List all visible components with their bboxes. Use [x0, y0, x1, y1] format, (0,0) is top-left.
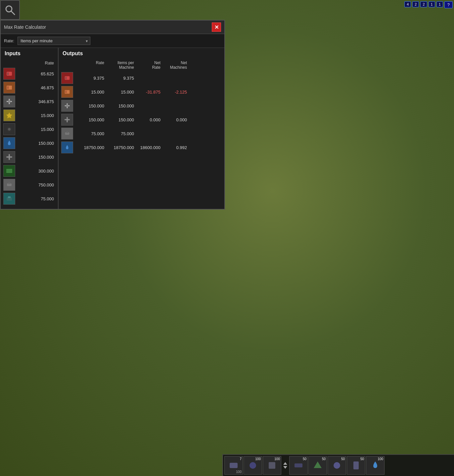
- output-netrate-2: -31.875: [134, 90, 160, 95]
- svg-rect-21: [8, 196, 11, 198]
- minimap-area: 4 2 2 1 1 ?: [222, 0, 454, 93]
- svg-marker-37: [283, 466, 287, 469]
- output-rate-5: 75.000: [74, 131, 104, 136]
- output-rate-2: 15.000: [74, 90, 104, 95]
- svg-rect-33: [230, 463, 238, 468]
- hotbar-slot-2[interactable]: 100: [244, 456, 262, 475]
- output-row-6: 18750.000 18750.000 18600.000 0.992: [59, 140, 224, 154]
- col-net-machines-header: NetMachines: [160, 60, 187, 70]
- unit-badge-4: 4: [404, 1, 411, 7]
- input-row-5: 15.000: [1, 122, 58, 136]
- input-item-value-2: 46.875: [17, 85, 55, 90]
- rate-select-wrapper[interactable]: Items per minute Items per second Items …: [18, 37, 90, 45]
- hotbar-scroll-arrow[interactable]: [282, 456, 289, 475]
- inputs-rate-col-header: Rate: [1, 59, 58, 67]
- output-row-2: 15.000 15.000 -31.875 -2.125: [59, 85, 224, 99]
- input-item-icon-7: [3, 151, 15, 163]
- output-netrate-4: 0.000: [134, 117, 160, 122]
- output-row-4: 150.000 150.000 0.000 0.000: [59, 113, 224, 127]
- input-item-icon-8: [3, 165, 15, 177]
- svg-rect-38: [295, 463, 302, 467]
- output-icon-4: [61, 114, 73, 126]
- input-item-value-1: 65.625: [17, 71, 55, 76]
- svg-point-28: [66, 104, 68, 107]
- output-icon-6: [61, 141, 73, 153]
- output-rate-3: 150.000: [74, 103, 104, 108]
- hotbar-slot-7-count: 50: [360, 457, 364, 461]
- output-row-5: 75.000 75.000: [59, 127, 224, 140]
- svg-rect-30: [67, 117, 68, 123]
- input-row-4: 15.000: [1, 108, 58, 122]
- hotbar-slot-1-count: 7: [240, 457, 242, 461]
- output-icon-2: [61, 86, 73, 98]
- col-spacer: [61, 60, 74, 70]
- input-item-icon-1: [3, 68, 15, 80]
- modal-close-button[interactable]: ✕: [212, 22, 221, 32]
- input-item-value-10: 75.000: [17, 196, 55, 201]
- hotbar-slot-5[interactable]: 50: [308, 456, 327, 475]
- input-item-value-6: 150.000: [17, 141, 55, 146]
- hotbar-slot-8[interactable]: 100: [366, 456, 385, 475]
- svg-point-11: [8, 128, 11, 131]
- help-badge[interactable]: ?: [444, 1, 453, 8]
- hotbar-slot-2-count: 100: [255, 457, 261, 461]
- output-rate-1: 9.375: [74, 76, 104, 81]
- modal-title: Max Rate Calculator: [4, 24, 46, 30]
- output-icon-1: [61, 72, 73, 84]
- output-ipm-6: 18750.000: [104, 145, 134, 150]
- input-row-6: 150.000: [1, 136, 58, 150]
- svg-rect-3: [7, 72, 9, 75]
- svg-rect-13: [9, 154, 10, 160]
- svg-line-1: [11, 11, 15, 15]
- output-netmachines-6: 0.992: [160, 145, 187, 150]
- input-item-value-5: 15.000: [17, 127, 55, 132]
- svg-point-40: [334, 462, 340, 469]
- svg-marker-39: [314, 461, 322, 468]
- output-ipm-2: 15.000: [104, 90, 134, 95]
- output-ipm-3: 150.000: [104, 103, 134, 108]
- input-item-value-7: 150.000: [17, 155, 55, 160]
- output-icon-3: [61, 100, 73, 112]
- hotbar-slot-1-bottom: 100: [236, 470, 242, 474]
- input-item-value-3: 346.875: [17, 99, 55, 104]
- hotbar-slot-7[interactable]: 50: [347, 456, 365, 475]
- hotbar-slot-6-count: 50: [341, 457, 345, 461]
- svg-rect-19: [8, 182, 10, 184]
- input-item-value-8: 300.000: [17, 169, 55, 174]
- input-item-icon-10: [3, 193, 15, 205]
- input-row-10: 75.000: [1, 192, 58, 206]
- input-row-7: 150.000: [1, 150, 58, 164]
- modal-titlebar: Max Rate Calculator ✕: [1, 20, 224, 34]
- rate-select[interactable]: Items per minute Items per second Items …: [18, 37, 90, 45]
- input-item-value-4: 15.000: [17, 113, 55, 118]
- inputs-panel: Inputs Rate 65.625 46.875 346.875: [1, 48, 59, 209]
- input-row-2: 46.875: [1, 81, 58, 95]
- unit-badge-2b: 2: [420, 1, 427, 7]
- output-row-3: 150.000 150.000: [59, 99, 224, 113]
- svg-rect-23: [66, 77, 67, 79]
- input-item-value-9: 750.000: [17, 182, 55, 187]
- unit-badge-1b: 1: [436, 1, 443, 7]
- hotbar: 7 100 100 100 50 50 50 50 100: [222, 454, 454, 476]
- input-item-icon-6: [3, 137, 15, 149]
- outputs-panel: Outputs Rate Items perMachine NetRate Ne…: [59, 48, 224, 209]
- search-button[interactable]: [0, 0, 20, 20]
- input-row-9: 750.000: [1, 178, 58, 192]
- unit-badge-2a: 2: [412, 1, 419, 7]
- svg-marker-9: [6, 112, 12, 118]
- hotbar-slot-1[interactable]: 7 100: [224, 456, 243, 475]
- hotbar-slot-6[interactable]: 50: [328, 456, 346, 475]
- hotbar-slot-3[interactable]: 100: [263, 456, 281, 475]
- svg-rect-41: [353, 461, 359, 469]
- output-ipm-4: 150.000: [104, 117, 134, 122]
- svg-rect-5: [7, 86, 9, 89]
- input-item-icon-2: [3, 82, 15, 94]
- output-ipm-1: 9.375: [104, 76, 134, 81]
- hotbar-slot-4[interactable]: 50: [289, 456, 308, 475]
- col-net-rate-header: NetRate: [134, 60, 160, 70]
- svg-point-34: [250, 462, 256, 469]
- input-item-icon-9: [3, 179, 15, 191]
- svg-rect-35: [269, 462, 275, 469]
- svg-marker-36: [283, 462, 287, 465]
- output-rate-6: 18750.000: [74, 145, 104, 150]
